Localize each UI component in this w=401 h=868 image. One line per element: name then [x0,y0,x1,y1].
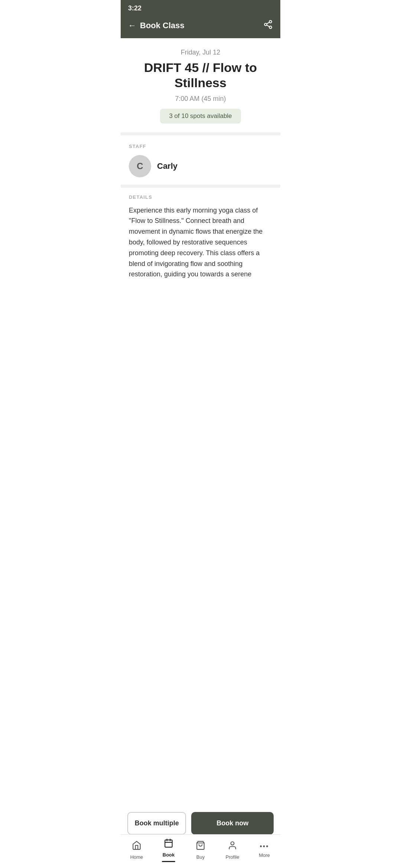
spots-badge: 3 of 10 spots available [160,109,241,124]
profile-icon [228,841,237,852]
svg-rect-5 [165,840,172,847]
svg-line-4 [267,22,269,24]
staff-avatar-initial: C [137,161,143,171]
nav-item-more[interactable]: ••• More [248,843,280,858]
staff-section: STAFF C Carly [121,135,280,185]
share-icon [263,20,273,29]
section-divider-2 [121,185,280,188]
section-divider [121,132,280,135]
book-multiple-button[interactable]: Book multiple [127,812,186,835]
nav-label-home: Home [130,854,143,860]
class-time: 7:00 AM (45 min) [128,95,273,103]
status-time: 3:22 [128,4,141,12]
staff-section-label: STAFF [129,144,272,149]
status-bar: 3:22 [121,0,280,16]
nav-item-profile[interactable]: Profile [216,841,248,860]
book-now-button[interactable]: Book now [191,812,274,835]
details-section: DETAILS Experience this early morning yo… [121,188,280,325]
home-icon [132,841,141,852]
staff-row: C Carly [129,155,272,181]
back-button[interactable]: ← Book Class [128,21,185,30]
page-title: Book Class [140,21,185,30]
nav-label-more: More [259,852,270,858]
class-date: Friday, Jul 12 [128,49,273,56]
details-section-label: DETAILS [129,194,272,200]
nav-item-home[interactable]: Home [121,841,153,860]
nav-item-buy[interactable]: Buy [185,841,216,860]
staff-name: Carly [157,161,177,171]
svg-point-10 [231,842,234,845]
staff-avatar: C [129,155,151,177]
share-button[interactable] [263,20,273,32]
nav-item-book[interactable]: Book [153,838,185,862]
bottom-buttons: Book multiple Book now [121,808,280,838]
more-icon: ••• [260,843,269,851]
back-arrow-icon: ← [128,21,136,30]
nav-label-buy: Buy [196,854,205,860]
bottom-nav: Home Book Buy Pro [121,834,280,868]
svg-line-3 [267,25,269,27]
class-title: DRIFT 45 // Flow to Stillness [128,60,273,91]
nav-label-book: Book [163,852,175,858]
top-nav: ← Book Class [121,16,280,38]
nav-label-profile: Profile [226,854,239,860]
book-icon [164,838,173,850]
class-header: Friday, Jul 12 DRIFT 45 // Flow to Still… [121,38,280,132]
buy-icon [196,841,205,852]
details-text: Experience this early morning yoga class… [129,205,272,280]
